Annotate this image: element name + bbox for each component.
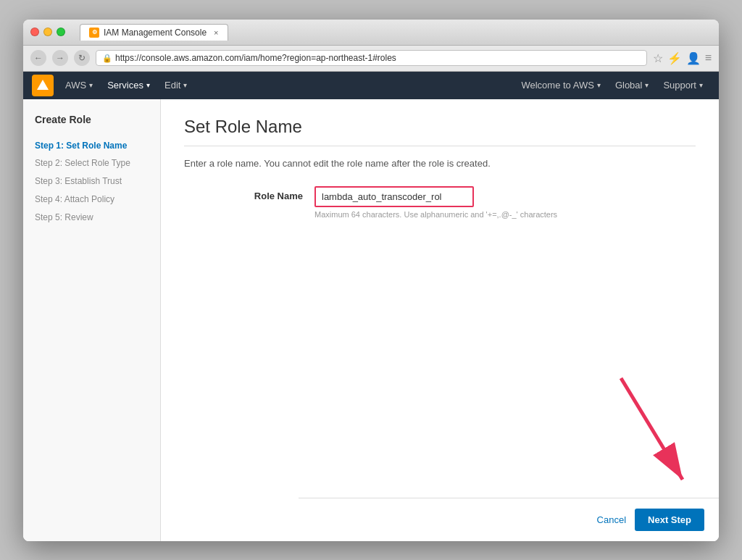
edit-chevron-icon: ▾: [183, 81, 187, 89]
role-name-label: Role Name: [184, 186, 314, 201]
footer-bar: Cancel Next Step: [299, 498, 719, 541]
sidebar-title: Create Role: [35, 114, 149, 125]
browser-tab[interactable]: ⚙ IAM Management Console ×: [80, 24, 228, 41]
address-icons: ☆ ⚡ 👤 ≡: [653, 51, 712, 65]
sidebar: Create Role Step 1: Set Role Name Step 2…: [23, 99, 161, 541]
global-chevron-icon: ▾: [645, 81, 649, 89]
next-step-button[interactable]: Next Step: [635, 509, 704, 531]
sidebar-step-1[interactable]: Step 1: Set Role Name: [35, 137, 149, 155]
annotation-arrow: [578, 371, 708, 501]
url-text: https://console.aws.amazon.com/iam/home?…: [115, 53, 396, 63]
description-text: Enter a role name. You cannot edit the r…: [184, 158, 696, 169]
title-bar: ⚙ IAM Management Console ×: [23, 20, 719, 46]
maximize-button[interactable]: [57, 28, 65, 36]
tab-bar: ⚙ IAM Management Console ×: [80, 24, 712, 41]
aws-navbar: AWS ▾ Services ▾ Edit ▾ Welcome to AWS ▾…: [23, 72, 719, 99]
lock-icon: 🔒: [102, 54, 112, 63]
main-content: Create Role Step 1: Set Role Name Step 2…: [23, 99, 719, 541]
svg-line-2: [621, 378, 683, 480]
tab-favicon: ⚙: [89, 28, 99, 38]
address-bar: ← → ↻ 🔒 https://console.aws.amazon.com/i…: [23, 46, 719, 72]
form-row-role-name: Role Name Maximum 64 characters. Use alp…: [184, 186, 696, 219]
url-bar[interactable]: 🔒 https://console.aws.amazon.com/iam/hom…: [96, 50, 647, 66]
forward-button[interactable]: →: [52, 50, 68, 66]
page-title: Set Role Name: [184, 117, 696, 146]
svg-marker-0: [37, 80, 49, 90]
sidebar-step-3[interactable]: Step 3: Establish Trust: [35, 172, 149, 191]
cancel-button[interactable]: Cancel: [597, 514, 626, 525]
browser-window: ⚙ IAM Management Console × ← → ↻ 🔒 https…: [23, 20, 719, 541]
traffic-lights: [30, 28, 65, 36]
nav-aws[interactable]: AWS ▾: [58, 72, 100, 99]
content-area: Set Role Name Enter a role name. You can…: [161, 99, 719, 541]
welcome-chevron-icon: ▾: [597, 81, 601, 89]
extension-icon[interactable]: ⚡: [667, 51, 682, 65]
close-button[interactable]: [30, 28, 39, 36]
nav-support[interactable]: Support ▾: [656, 72, 710, 99]
nav-right: Welcome to AWS ▾ Global ▾ Support ▾: [514, 72, 710, 99]
input-hint: Maximum 64 characters. Use alphanumeric …: [314, 210, 696, 219]
nav-services[interactable]: Services ▾: [100, 72, 157, 99]
services-chevron-icon: ▾: [146, 81, 150, 89]
back-button[interactable]: ←: [30, 50, 46, 66]
menu-icon[interactable]: ≡: [705, 51, 712, 65]
aws-logo: [32, 75, 54, 96]
support-chevron-icon: ▾: [699, 81, 703, 89]
nav-global[interactable]: Global ▾: [608, 72, 656, 99]
minimize-button[interactable]: [43, 28, 52, 36]
refresh-button[interactable]: ↻: [74, 50, 90, 66]
tab-close-icon[interactable]: ×: [214, 28, 218, 37]
bookmark-icon[interactable]: ☆: [653, 51, 663, 65]
sidebar-step-5[interactable]: Step 5: Review: [35, 209, 149, 227]
tab-title: IAM Management Console: [104, 28, 207, 38]
nav-welcome[interactable]: Welcome to AWS ▾: [514, 72, 607, 99]
aws-chevron-icon: ▾: [89, 81, 93, 89]
sidebar-step-2[interactable]: Step 2: Select Role Type: [35, 154, 149, 172]
sidebar-step-4[interactable]: Step 4: Attach Policy: [35, 191, 149, 209]
account-icon[interactable]: 👤: [686, 51, 701, 65]
nav-edit[interactable]: Edit ▾: [157, 72, 194, 99]
role-name-input[interactable]: [314, 186, 474, 207]
role-name-input-group: Maximum 64 characters. Use alphanumeric …: [314, 186, 696, 219]
